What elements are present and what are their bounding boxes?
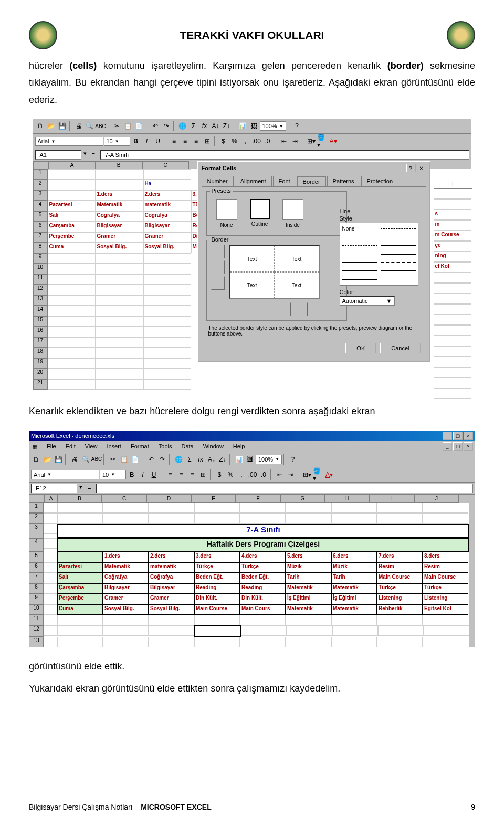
cell[interactable]	[103, 637, 149, 647]
schedule-cell[interactable]: Main Cours	[240, 604, 286, 615]
cell[interactable]: Salı	[48, 211, 96, 222]
cell[interactable]	[377, 637, 423, 647]
save-icon[interactable]: 💾	[57, 121, 68, 131]
new-icon[interactable]: 🗋	[31, 454, 41, 465]
row-header[interactable]: 16	[33, 327, 48, 337]
cell[interactable]	[143, 316, 191, 327]
cell[interactable]	[434, 367, 471, 378]
row-header[interactable]: 5	[29, 552, 44, 562]
cell[interactable]	[434, 336, 471, 346]
font-size-combo[interactable]: 10▼	[100, 470, 126, 479]
cell[interactable]	[48, 274, 96, 285]
cell[interactable]: Sosyal Bilg.	[96, 243, 143, 253]
spellcheck-icon[interactable]: ABC	[96, 121, 106, 131]
cell[interactable]	[143, 337, 191, 348]
day-cell[interactable]: Çarşamba	[57, 583, 103, 594]
cell[interactable]	[194, 503, 240, 513]
font-color-icon[interactable]: A▾	[324, 469, 334, 480]
cell[interactable]	[149, 503, 194, 513]
cell[interactable]	[96, 264, 143, 274]
font-name-combo[interactable]: Arial▼	[31, 470, 99, 479]
column-header[interactable]: G	[280, 495, 325, 503]
cell[interactable]	[434, 189, 471, 199]
percent-icon[interactable]: %	[225, 469, 236, 480]
cell[interactable]	[434, 273, 471, 283]
cell[interactable]	[434, 283, 471, 294]
open-icon[interactable]: 📂	[42, 454, 52, 465]
cell[interactable]	[103, 625, 149, 636]
cell[interactable]	[149, 637, 194, 647]
copy-icon[interactable]: 📋	[119, 454, 129, 465]
doc-maximize-icon[interactable]: ▢	[453, 442, 463, 451]
cell[interactable]	[332, 625, 378, 636]
border-top-btn[interactable]	[211, 245, 225, 258]
function-icon[interactable]: fx	[200, 121, 210, 131]
cell[interactable]	[57, 615, 103, 625]
cell[interactable]	[96, 169, 143, 180]
dec-decimal-icon[interactable]: .0	[258, 469, 269, 480]
schedule-cell[interactable]: Din Kült.	[240, 594, 286, 604]
cell[interactable]	[194, 637, 240, 647]
row-header[interactable]: 19	[33, 358, 48, 369]
cell[interactable]	[48, 379, 96, 390]
cell[interactable]	[378, 625, 424, 636]
schedule-cell[interactable]: Türkçe	[240, 562, 286, 573]
dec-decimal-icon[interactable]: .0	[262, 136, 273, 146]
cell[interactable]	[143, 264, 191, 274]
row-header[interactable]: 1	[33, 169, 48, 180]
inc-indent-icon[interactable]: ⇥	[286, 469, 296, 480]
column-header[interactable]: J	[414, 495, 459, 503]
new-icon[interactable]: 🗋	[35, 121, 46, 131]
cell[interactable]	[57, 503, 103, 513]
row-header[interactable]: 15	[33, 316, 48, 327]
formula-input[interactable]	[96, 484, 473, 493]
cell[interactable]: Ha	[143, 180, 191, 190]
cut-icon[interactable]: ✂	[108, 454, 118, 465]
cell[interactable]: 1.ders	[96, 190, 143, 201]
cell[interactable]	[44, 562, 57, 573]
row-header[interactable]: 6	[29, 562, 44, 573]
comma-icon[interactable]: ,	[236, 469, 247, 480]
cell[interactable]	[143, 327, 191, 337]
cell[interactable]: çe	[434, 241, 471, 252]
cell[interactable]: Çarşamba	[48, 222, 96, 232]
cell[interactable]	[103, 513, 149, 524]
redo-icon[interactable]: ↷	[161, 121, 172, 131]
cell[interactable]	[143, 295, 191, 306]
bold-icon[interactable]: B	[127, 469, 137, 480]
dialog-help-icon[interactable]: ?	[406, 164, 416, 172]
cell[interactable]	[57, 637, 103, 647]
open-icon[interactable]: 📂	[46, 121, 57, 131]
row-header[interactable]: 8	[29, 583, 44, 594]
cell[interactable]	[286, 503, 331, 513]
day-cell[interactable]: Salı	[57, 573, 103, 583]
cell[interactable]	[286, 615, 331, 625]
cell[interactable]	[57, 513, 103, 524]
align-right-icon[interactable]: ≡	[191, 136, 202, 146]
font-color-icon[interactable]: A▾	[328, 136, 339, 146]
tab-alignment[interactable]: Alignment	[235, 176, 272, 186]
print-icon[interactable]: 🖨	[74, 121, 84, 131]
cell[interactable]	[96, 274, 143, 285]
schedule-cell[interactable]: Sosyal Bilg.	[103, 604, 149, 615]
cell[interactable]	[96, 285, 143, 295]
menu-data[interactable]: Data	[180, 442, 194, 451]
function-icon[interactable]: fx	[195, 454, 206, 465]
cell[interactable]	[48, 306, 96, 316]
menu-help[interactable]: Help	[232, 442, 246, 451]
cell[interactable]: Cuma	[48, 243, 96, 253]
cell[interactable]: Bilgisayar	[96, 222, 143, 232]
cell[interactable]	[44, 538, 57, 549]
merge-icon[interactable]: ⊞	[198, 469, 208, 480]
line-style-list[interactable]: None	[340, 223, 418, 286]
cell[interactable]	[48, 327, 96, 337]
cell[interactable]	[149, 625, 194, 636]
ok-button[interactable]: OK	[345, 343, 376, 353]
day-cell[interactable]: Perşembe	[57, 594, 103, 604]
cell[interactable]	[434, 294, 471, 304]
redo-icon[interactable]: ↷	[157, 454, 167, 465]
cell[interactable]	[48, 169, 96, 180]
row-header[interactable]: 14	[33, 306, 48, 316]
schedule-cell[interactable]: Türkçe	[194, 562, 240, 573]
inc-indent-icon[interactable]: ⇥	[290, 136, 300, 146]
